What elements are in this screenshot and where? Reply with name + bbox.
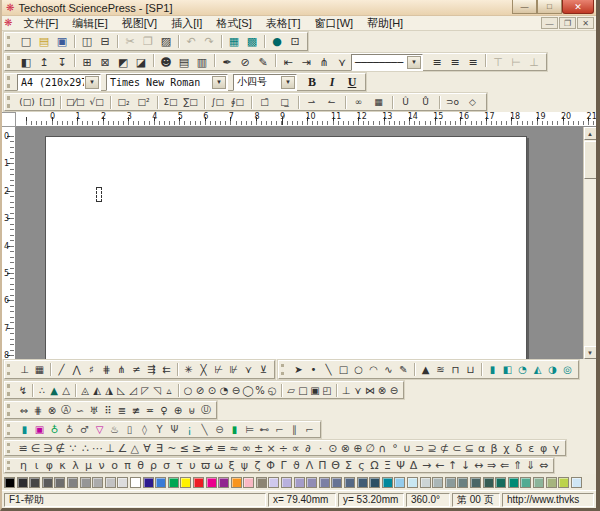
math-symbol-button[interactable]: ∴ [79, 441, 91, 455]
condenser-button[interactable]: ∥ [287, 422, 302, 437]
circle-variant-button[interactable]: ◯ [242, 383, 254, 398]
hemisphere-3d-button[interactable]: ◑ [545, 362, 560, 378]
arrow-symbol-button[interactable]: ↔ [472, 459, 485, 472]
math-symbol-button[interactable]: ε [525, 441, 537, 455]
valign-bottom-button[interactable]: ⊥ [525, 54, 543, 71]
triangle-variant-button[interactable]: ◮ [103, 383, 115, 398]
menu-insert[interactable]: 插入[I] [164, 16, 209, 31]
paste-button[interactable]: ▨ [157, 33, 175, 50]
wavy-bond-button[interactable]: ⊻ [256, 362, 271, 378]
color-swatch[interactable] [42, 477, 53, 488]
math-symbol-button[interactable]: α [475, 441, 487, 455]
arrow-symbol-button[interactable]: ⇓ [524, 459, 537, 472]
underbar-template-button[interactable]: □̲ [275, 94, 295, 111]
clamp-button[interactable]: ⊷ [257, 422, 272, 437]
math-symbol-button[interactable]: × [265, 441, 277, 455]
stereo-down-bond-button[interactable]: ⊮ [226, 362, 241, 378]
triangle-variant-button[interactable]: ◬ [79, 383, 91, 398]
color-swatch[interactable] [407, 477, 418, 488]
greek-symbol-button[interactable]: ζ [251, 459, 264, 472]
distribute-columns-button[interactable]: ▥ [193, 54, 211, 71]
select-pointer-button[interactable]: ➤ [291, 362, 306, 378]
math-symbol-button[interactable]: δ [513, 441, 525, 455]
chem-annotation-button[interactable]: ≣ [115, 403, 129, 418]
greek-symbol-button[interactable]: ο [108, 459, 121, 472]
arc-tool-button[interactable]: ◠ [366, 362, 381, 378]
math-symbol-button[interactable]: ∃ [153, 441, 165, 455]
circle-variant-button[interactable]: ⊙ [206, 383, 218, 398]
arrow-symbol-button[interactable]: ⇔ [537, 459, 550, 472]
greek-symbol-button[interactable]: Ω [368, 459, 381, 472]
new-document-button[interactable]: □ [17, 33, 35, 50]
color-swatch[interactable] [80, 477, 91, 488]
insert-frame-button[interactable]: ⊡ [286, 33, 304, 50]
mdi-close-button[interactable]: ✕ [577, 17, 594, 29]
color-swatch[interactable] [117, 477, 128, 488]
flask-green-button[interactable]: ♁ [47, 422, 62, 437]
arrow-symbol-button[interactable]: ⇑ [511, 459, 524, 472]
arrow-symbol-button[interactable]: ↑ [446, 459, 459, 472]
misc-shape-button[interactable]: ⊥ [340, 383, 352, 398]
math-symbol-button[interactable]: ∅ [364, 441, 376, 455]
insert-table-button[interactable]: ▦ [225, 33, 243, 50]
color-swatch[interactable] [394, 477, 405, 488]
cylinder-3d-button[interactable]: ▮ [485, 362, 500, 378]
font-size-combo[interactable]: 小四号 ▼ [233, 74, 297, 91]
infinity-button[interactable]: ∞ [349, 94, 369, 111]
arrow-symbol-button[interactable]: ⇒ [485, 459, 498, 472]
math-symbol-button[interactable]: ⊆ [463, 441, 475, 455]
print-preview-button[interactable]: ◫ [78, 33, 96, 50]
menu-format[interactable]: 格式[S] [209, 16, 258, 31]
contour-integral-template-button[interactable]: ∮□ [228, 94, 248, 111]
color-swatch[interactable] [243, 477, 254, 488]
undo-button[interactable]: ↶ [182, 33, 200, 50]
quad-variant-button[interactable]: □ [297, 383, 309, 398]
color-swatch[interactable] [231, 477, 242, 488]
math-symbol-button[interactable]: ° [389, 441, 401, 455]
quad-variant-button[interactable]: ▱ [285, 383, 297, 398]
title-bar[interactable]: ❋ Techosoft SciencePress - [SP1] — □ ✕ [2, 0, 596, 16]
minimize-button[interactable]: — [512, 0, 537, 14]
color-swatch[interactable] [4, 477, 15, 488]
all-borders-button[interactable]: ⊞ [78, 54, 96, 71]
math-symbol-button[interactable]: ∵ [67, 441, 79, 455]
color-swatch[interactable] [256, 477, 267, 488]
scroll-down-button[interactable]: ▼ [584, 346, 597, 359]
math-symbol-button[interactable]: ∀ [141, 441, 153, 455]
menu-file[interactable]: 文件[F] [16, 16, 65, 31]
greek-symbol-button[interactable]: Δ [407, 459, 420, 472]
round-flask-button[interactable]: ♁ [62, 422, 77, 437]
matrix-template-button[interactable]: ▦ [369, 94, 389, 111]
single-bond-button[interactable]: ╱ [54, 362, 69, 378]
greek-symbol-button[interactable]: λ [69, 459, 82, 472]
circle-variant-button[interactable]: ⊖ [230, 383, 242, 398]
chem-grid-button[interactable]: ▦ [32, 362, 47, 378]
color-swatch[interactable] [331, 477, 342, 488]
ring-accent-button[interactable]: Ů [416, 94, 436, 111]
draw-table-button[interactable]: ✒ [218, 54, 236, 71]
open-button[interactable]: ▤ [35, 33, 53, 50]
greek-symbol-button[interactable]: ω [212, 459, 225, 472]
font-name-combo[interactable]: Times New Roman ▼ [106, 74, 228, 91]
overbar-template-button[interactable]: □̄ [255, 94, 275, 111]
wedge-bond-button[interactable]: ⋔ [114, 362, 129, 378]
page-size-combo[interactable]: A4 (210x297 ▼ [17, 74, 101, 91]
quad-variant-button[interactable]: ◰ [321, 383, 333, 398]
color-swatch[interactable] [294, 477, 305, 488]
funnel-button[interactable]: Y [152, 422, 167, 437]
mdi-restore-button[interactable]: ❐ [559, 17, 576, 29]
math-symbol-button[interactable]: ⊥ [104, 441, 116, 455]
greek-symbol-button[interactable]: σ [160, 459, 173, 472]
color-swatch[interactable] [54, 477, 65, 488]
color-swatch[interactable] [143, 477, 154, 488]
circle-variant-button[interactable]: ⊘ [194, 383, 206, 398]
chem-annotation-button[interactable]: ⊗ [45, 403, 59, 418]
greek-symbol-button[interactable]: μ [82, 459, 95, 472]
greek-symbol-button[interactable]: ψ [238, 459, 251, 472]
beaker-button[interactable]: ▣ [32, 422, 47, 437]
chem-annotation-button[interactable]: ≢ [129, 403, 143, 418]
color-swatch[interactable] [281, 477, 292, 488]
test-tube-button[interactable]: ▮ [17, 422, 32, 437]
color-swatch[interactable] [445, 477, 456, 488]
underline-button[interactable]: U [342, 74, 362, 91]
